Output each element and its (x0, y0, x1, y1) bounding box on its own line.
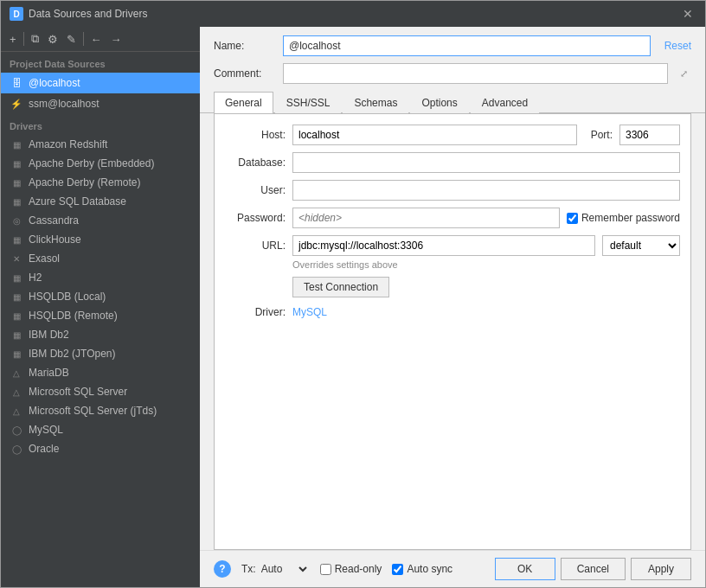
driver-icon-8: ▦ (10, 292, 23, 302)
driver-item-3[interactable]: ▦Azure SQL Database (1, 192, 200, 211)
port-input[interactable] (619, 125, 680, 145)
tabs-bar: General SSH/SSL Schemas Options Advanced (200, 91, 705, 113)
back-button[interactable]: ← (87, 31, 106, 48)
database-input[interactable] (292, 152, 680, 173)
readonly-text: Read-only (335, 563, 382, 575)
driver-item-10[interactable]: ▦IBM Db2 (1, 325, 200, 344)
driver-icon-2: ▦ (10, 178, 23, 188)
tx-label: Tx: (241, 563, 256, 575)
driver-icon-1: ▦ (10, 159, 23, 169)
apply-button[interactable]: Apply (631, 558, 691, 580)
ok-button[interactable]: OK (495, 558, 555, 580)
cancel-button[interactable]: Cancel (561, 558, 626, 580)
driver-label-12: MariaDB (29, 367, 69, 379)
drivers-section-title: Drivers (1, 114, 200, 135)
reset-link[interactable]: Reset (664, 40, 691, 52)
help-button[interactable]: ? (214, 560, 231, 578)
tab-advanced[interactable]: Advanced (471, 92, 539, 113)
comment-label: Comment: (214, 67, 274, 80)
driver-item-14[interactable]: △Microsoft SQL Server (jTds) (1, 401, 200, 420)
driver-label-6: Exasol (29, 252, 60, 265)
user-row: User: (225, 180, 680, 201)
readonly-label[interactable]: Read-only (320, 563, 382, 575)
tab-general[interactable]: General (214, 92, 273, 113)
driver-item-6[interactable]: ✕Exasol (1, 249, 200, 268)
driver-icon-4: ◎ (10, 216, 23, 226)
driver-label-2: Apache Derby (Remote) (29, 176, 140, 189)
driver-item-13[interactable]: △Microsoft SQL Server (1, 382, 200, 401)
driver-icon-7: ▦ (10, 273, 23, 283)
add-button[interactable]: + (6, 31, 20, 48)
url-input[interactable] (292, 235, 595, 256)
overrides-text: Overrides settings above (292, 259, 680, 270)
name-row: Name: Reset (200, 27, 705, 61)
driver-label-8: HSQLDB (Local) (29, 291, 106, 303)
driver-item-5[interactable]: ▦ClickHouse (1, 230, 200, 249)
driver-icon-9: ▦ (10, 311, 23, 321)
project-data-sources-title: Project Data Sources (1, 52, 200, 73)
close-button[interactable]: ✕ (679, 7, 696, 21)
copy-button[interactable]: ⧉ (28, 30, 42, 48)
driver-item-0[interactable]: ▦Amazon Redshift (1, 135, 200, 154)
autosync-text: Auto sync (407, 563, 452, 575)
driver-label-16: Oracle (29, 443, 59, 455)
sidebar-item-label: @localhost (29, 77, 80, 89)
driver-item-4[interactable]: ◎Cassandra (1, 211, 200, 230)
driver-item-12[interactable]: △MariaDB (1, 363, 200, 382)
sidebar-item-localhost[interactable]: 🗄 @localhost (1, 73, 200, 93)
driver-item-11[interactable]: ▦IBM Db2 (JTOpen) (1, 344, 200, 363)
driver-icon-11: ▦ (10, 349, 23, 359)
autosync-label[interactable]: Auto sync (392, 563, 452, 575)
tab-schemas[interactable]: Schemas (343, 92, 408, 113)
driver-item-16[interactable]: ◯Oracle (1, 439, 200, 458)
password-row: Password: Remember password (225, 208, 680, 228)
tab-ssh-ssl[interactable]: SSH/SSL (275, 92, 342, 113)
tab-options[interactable]: Options (410, 92, 468, 113)
driver-link[interactable]: MySQL (292, 306, 327, 318)
host-row: Host: Port: (225, 125, 680, 145)
url-select[interactable]: default custom (602, 235, 680, 256)
main-content: + ⧉ ⚙ ✎ ← → Project Data Sources 🗄 @loca… (1, 27, 705, 587)
user-input[interactable] (292, 180, 680, 201)
comment-input[interactable] (283, 63, 668, 84)
port-label: Port: (591, 129, 613, 141)
expand-icon[interactable]: ⤢ (677, 67, 691, 81)
name-label: Name: (214, 40, 274, 52)
remember-password-text: Remember password (581, 212, 680, 224)
remember-password-label[interactable]: Remember password (567, 212, 680, 224)
driver-item-9[interactable]: ▦HSQLDB (Remote) (1, 306, 200, 325)
url-label: URL: (225, 240, 286, 252)
tx-select[interactable]: Auto Manual (258, 562, 310, 576)
autosync-checkbox[interactable] (392, 564, 403, 575)
tx-control: Tx: Auto Manual (241, 562, 310, 576)
driver-item-2[interactable]: ▦Apache Derby (Remote) (1, 173, 200, 192)
database-icon: 🗄 (10, 78, 23, 88)
driver-item-7[interactable]: ▦H2 (1, 268, 200, 287)
driver-icon-10: ▦ (10, 330, 23, 340)
driver-icon-13: △ (10, 387, 23, 397)
remember-password-checkbox[interactable] (567, 213, 578, 224)
driver-item-8[interactable]: ▦HSQLDB (Local) (1, 287, 200, 306)
driver-item-15[interactable]: ◯MySQL (1, 420, 200, 439)
name-input[interactable] (283, 35, 651, 56)
host-input[interactable] (292, 125, 577, 145)
bottom-bar: ? Tx: Auto Manual Read-only A (200, 550, 705, 587)
test-connection-button[interactable]: Test Connection (292, 277, 389, 297)
bottom-left: ? Tx: Auto Manual Read-only A (214, 560, 452, 578)
toolbar-separator (23, 32, 24, 46)
driver-item-1[interactable]: ▦Apache Derby (Embedded) (1, 154, 200, 173)
forward-button[interactable]: → (107, 31, 125, 48)
ssh-icon: ⚡ (10, 99, 23, 110)
password-input[interactable] (292, 208, 560, 228)
driver-label-11: IBM Db2 (JTOpen) (29, 348, 115, 360)
bottom-right: OK Cancel Apply (495, 558, 691, 580)
settings-button[interactable]: ⚙ (44, 31, 61, 48)
driver-icon-3: ▦ (10, 197, 23, 207)
sidebar-item-ssm-localhost[interactable]: ⚡ ssm@localhost (1, 93, 200, 114)
title-bar-left: D Data Sources and Drivers (10, 7, 147, 21)
main-window: D Data Sources and Drivers ✕ + ⧉ ⚙ ✎ ← →… (0, 0, 706, 588)
driver-label-10: IBM Db2 (29, 329, 69, 341)
edit-button[interactable]: ✎ (63, 31, 80, 48)
readonly-checkbox[interactable] (320, 564, 331, 575)
tab-content-general: Host: Port: Database: User: Pass (214, 113, 691, 550)
